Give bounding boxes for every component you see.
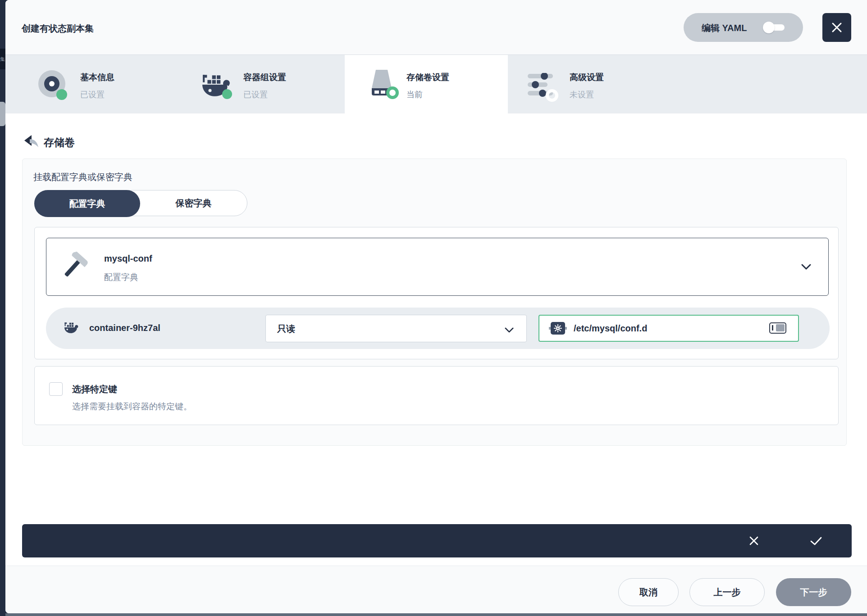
step-volume-settings[interactable]: 存储卷设置 当前 [345, 55, 508, 113]
step-basic-info[interactable]: 基本信息 已设置 [18, 55, 182, 113]
edit-yaml-toggle[interactable]: 编辑 YAML [684, 13, 803, 42]
chevron-down-icon [801, 263, 811, 272]
select-keys-card: 选择特定键 选择需要挂载到容器的特定键。 [34, 366, 839, 425]
storage-icon [370, 69, 402, 99]
mount-source-label: 挂载配置字典或保密字典 [33, 171, 132, 183]
select-keys-description: 选择需要挂载到容器的特定键。 [72, 401, 192, 412]
check-icon [810, 536, 822, 546]
step-pod-settings[interactable]: 容器组设置 已设置 [182, 55, 345, 113]
container-name: container-9hz7al [89, 323, 160, 333]
step-status: 已设置 [243, 89, 268, 100]
create-statefulset-modal: 创建有状态副本集 编辑 YAML 基本信息 已设置 [5, 0, 867, 613]
next-step-button[interactable]: 下一步 [776, 578, 851, 606]
chevron-down-icon [505, 326, 514, 335]
step-label: 存储卷设置 [406, 72, 449, 83]
step-status: 未设置 [570, 89, 594, 100]
docker-icon [64, 322, 79, 334]
step-advanced-settings[interactable]: 高级设置 未设置 [508, 55, 671, 113]
background-page-fragment: 集 [0, 49, 5, 69]
wizard-steps-bar: 基本信息 已设置 容器组设置 已设置 [5, 55, 867, 113]
step-done-badge [56, 89, 67, 100]
hammer-icon [62, 251, 88, 282]
volume-mount-panel: 挂载配置字典或保密字典 配置字典 保密字典 mysql-conf 配置字典 [22, 159, 847, 446]
modal-header: 创建有状态副本集 编辑 YAML [5, 0, 867, 55]
modal-title: 创建有状态副本集 [22, 23, 94, 35]
background-page-fragment [0, 102, 5, 126]
step-status: 当前 [406, 89, 423, 100]
source-type-tabs: 配置字典 保密字典 [34, 190, 247, 216]
select-keys-checkbox[interactable] [49, 382, 63, 396]
previous-step-button[interactable]: 上一步 [689, 578, 765, 606]
back-arrow-icon[interactable] [24, 135, 39, 149]
x-icon [748, 535, 759, 546]
step-done-badge [222, 89, 232, 99]
access-mode-select[interactable]: 只读 [265, 315, 527, 342]
mount-path-field [538, 315, 799, 342]
configmap-type-label: 配置字典 [104, 272, 138, 283]
tab-secret[interactable]: 保密字典 [140, 190, 247, 216]
mount-path-input[interactable] [574, 316, 745, 341]
step-current-badge [386, 86, 399, 99]
section-heading: 存储卷 [44, 136, 75, 149]
gear-icon [551, 322, 565, 335]
confirm-row-button[interactable] [810, 536, 822, 548]
step-label: 容器组设置 [243, 72, 286, 83]
configmap-name: mysql-conf [104, 254, 152, 264]
container-mount-row: container-9hz7al 只读 [46, 308, 830, 349]
discard-row-button[interactable] [748, 535, 759, 548]
disc-icon [38, 70, 70, 100]
template-icon[interactable] [769, 322, 786, 334]
cancel-button[interactable]: 取消 [618, 578, 679, 606]
background-page-bottom-strip [5, 613, 867, 616]
step-label: 高级设置 [570, 72, 604, 83]
toggle-knob [763, 22, 775, 33]
configmap-mount-card: mysql-conf 配置字典 container-9hz7al [34, 227, 839, 359]
tab-configmap[interactable]: 配置字典 [34, 190, 140, 217]
step-pending-badge [546, 89, 558, 102]
select-keys-title: 选择特定键 [72, 383, 117, 395]
row-confirm-bar [22, 524, 852, 557]
step-status: 已设置 [80, 89, 105, 100]
access-mode-value: 只读 [277, 323, 295, 335]
edit-yaml-label: 编辑 YAML [702, 22, 747, 34]
configmap-select[interactable]: mysql-conf 配置字典 [46, 238, 829, 296]
close-button[interactable] [822, 13, 851, 42]
docker-icon [201, 73, 233, 103]
yaml-toggle-switch-icon[interactable] [763, 13, 794, 42]
close-icon [830, 21, 844, 34]
sliders-icon [528, 73, 559, 103]
step-label: 基本信息 [80, 72, 114, 83]
